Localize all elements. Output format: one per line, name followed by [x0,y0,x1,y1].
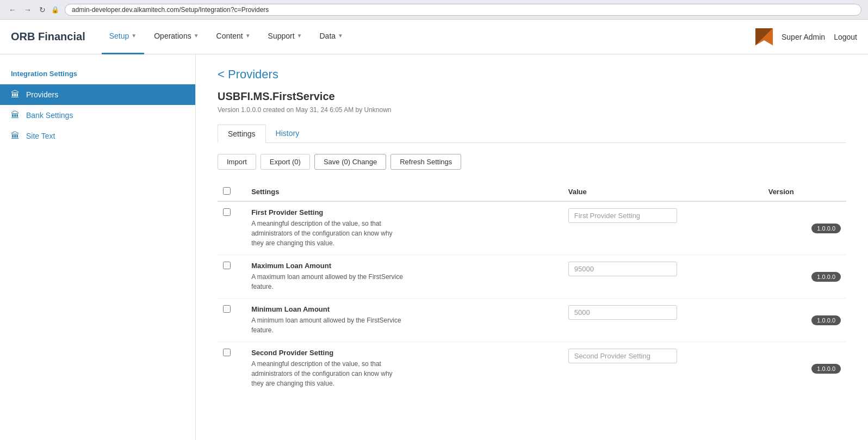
nav-operations-arrow: ▼ [194,33,199,39]
row-3-setting-name: Second Provider Setting [251,349,557,357]
row-0-version-badge: 1.0.0.0 [811,224,841,233]
row-3-value-cell [563,342,763,395]
browser-controls: ← → ↻ 🔒 [7,4,59,15]
nav-data-arrow: ▼ [338,33,343,39]
nav-setup-label: Setup [109,32,129,40]
providers-icon: 🏛 [11,90,20,100]
security-icon: 🔒 [51,6,59,14]
table-header-row: Settings Value Version [218,183,846,201]
row-2-value-cell [563,299,763,342]
actions-row: Import Export (0) Save (0) Change Refres… [218,154,846,170]
row-0-setting-name: First Provider Setting [251,208,557,216]
nav-content-arrow: ▼ [245,33,251,39]
row-checkbox-cell [218,255,246,299]
save-change-button[interactable]: Save (0) Change [314,154,386,170]
row-checkbox-cell [218,201,246,255]
sidebar: Integration Settings 🏛 Providers 🏛 Bank … [0,54,196,440]
row-1-value-input[interactable] [568,262,677,276]
tab-settings-label: Settings [228,129,256,138]
row-3-setting-desc: A meaningful description of the value, s… [251,359,404,388]
row-3-checkbox[interactable] [223,349,231,356]
sidebar-section-title: Integration Settings [0,65,195,84]
nav-content[interactable]: Content ▼ [209,20,258,54]
url-bar[interactable] [65,4,861,16]
nav-support-label: Support [268,32,295,40]
row-1-setting-desc: A maximum loan amount allowed by the Fir… [251,272,404,292]
row-1-version-cell: 1.0.0.0 [763,255,846,299]
row-0-value-cell [563,201,763,255]
nav-support-arrow: ▼ [297,33,302,39]
sidebar-item-site-text[interactable]: 🏛 Site Text [0,126,195,146]
nav-setup-arrow: ▼ [131,33,137,39]
nav-data[interactable]: Data ▼ [312,20,351,54]
row-2-version-cell: 1.0.0.0 [763,299,846,342]
table-row: Second Provider Setting A meaningful des… [218,342,846,395]
table-row: Maximum Loan Amount A maximum loan amoun… [218,255,846,299]
row-2-value-input[interactable] [568,305,677,320]
nav-content-label: Content [216,32,243,40]
row-3-setting-cell: Second Provider Setting A meaningful des… [246,342,563,395]
select-all-checkbox[interactable] [223,187,231,195]
row-3-value-input[interactable] [568,349,677,363]
table-row: First Provider Setting A meaningful desc… [218,201,846,255]
row-checkbox-cell [218,342,246,395]
refresh-settings-button[interactable]: Refresh Settings [390,154,461,170]
row-1-setting-name: Maximum Loan Amount [251,262,557,270]
sidebar-site-text-label: Site Text [26,132,55,140]
row-1-version-badge: 1.0.0.0 [811,272,841,282]
row-checkbox-cell [218,299,246,342]
nav-menu: Setup ▼ Operations ▼ Content ▼ Support ▼… [102,20,755,54]
nav-right: Super Admin Logout [755,28,857,46]
browser-chrome: ← → ↻ 🔒 [0,0,868,20]
tab-history-label: History [276,129,300,138]
import-button[interactable]: Import [218,154,256,170]
tabs: Settings History [218,125,846,143]
site-text-icon: 🏛 [11,131,20,141]
nav-operations[interactable]: Operations ▼ [146,20,206,54]
row-0-version-cell: 1.0.0.0 [763,201,846,255]
app-logo-icon [755,28,773,46]
back-button[interactable]: ← [7,4,18,15]
row-2-setting-desc: A minimum loan amount allowed by the Fir… [251,315,404,335]
row-3-version-badge: 1.0.0.0 [811,364,841,374]
nav-data-label: Data [320,32,336,40]
brand-name: ORB Financial [11,30,85,43]
sidebar-providers-label: Providers [26,90,58,99]
nav-operations-label: Operations [154,32,191,40]
top-nav: ORB Financial Setup ▼ Operations ▼ Conte… [0,20,868,54]
row-1-setting-cell: Maximum Loan Amount A maximum loan amoun… [246,255,563,299]
content-area: < Providers USBFI.MS.FirstService Versio… [196,54,868,440]
row-0-value-input[interactable] [568,208,677,223]
tab-settings[interactable]: Settings [218,125,266,143]
row-2-setting-cell: Minimum Loan Amount A minimum loan amoun… [246,299,563,342]
main-container: Integration Settings 🏛 Providers 🏛 Bank … [0,54,868,440]
reload-button[interactable]: ↻ [37,4,48,15]
export-button[interactable]: Export (0) [261,154,310,170]
row-1-checkbox[interactable] [223,262,231,269]
back-link[interactable]: < Providers [218,67,278,82]
row-2-version-badge: 1.0.0.0 [811,315,841,325]
row-2-setting-name: Minimum Loan Amount [251,305,557,313]
tab-history[interactable]: History [266,125,309,143]
settings-col-header: Settings [246,183,563,201]
version-col-header: Version [763,183,846,201]
sidebar-bank-settings-label: Bank Settings [26,111,73,120]
user-name: Super Admin [782,33,825,41]
nav-setup[interactable]: Setup ▼ [102,20,145,54]
row-1-value-cell [563,255,763,299]
logout-link[interactable]: Logout [834,33,857,41]
row-3-version-cell: 1.0.0.0 [763,342,846,395]
table-row: Minimum Loan Amount A minimum loan amoun… [218,299,846,342]
forward-button[interactable]: → [22,4,34,15]
row-2-checkbox[interactable] [223,305,231,313]
row-0-setting-desc: A meaningful description of the value, s… [251,219,404,248]
provider-meta: Version 1.0.0.0 created on May 31, 24 6:… [218,106,846,114]
bank-settings-icon: 🏛 [11,110,20,120]
sidebar-item-providers[interactable]: 🏛 Providers [0,84,195,105]
provider-title: USBFI.MS.FirstService [218,90,846,103]
sidebar-item-bank-settings[interactable]: 🏛 Bank Settings [0,105,195,126]
value-col-header: Value [563,183,763,201]
row-0-checkbox[interactable] [223,208,231,216]
nav-support[interactable]: Support ▼ [261,20,310,54]
settings-table: Settings Value Version First Provider Se… [218,183,846,395]
